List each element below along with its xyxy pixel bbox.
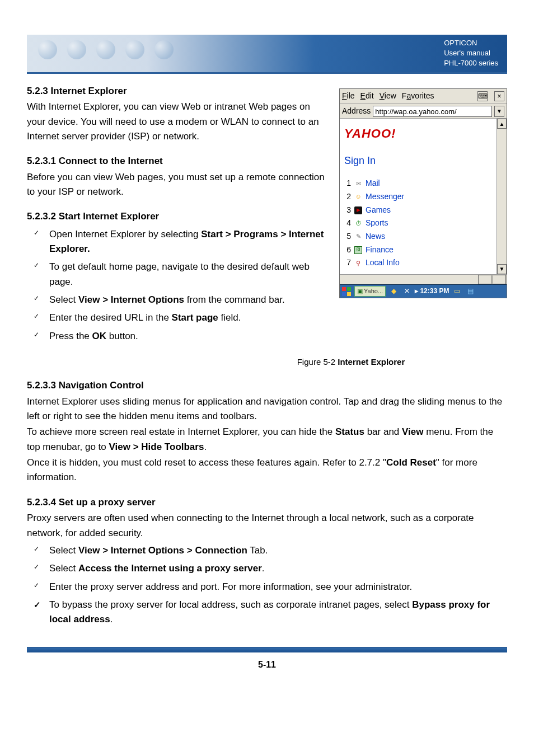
link-label: Mail [366,177,380,190]
close-icon[interactable]: × [494,91,504,101]
heading-5-2-3-4: 5.2.3.4 Set up a proxy server [27,495,507,510]
mail-icon: ✉ [354,180,362,187]
para-5-2-3-4: Proxy servers are often used when connec… [27,511,507,541]
list-item: Select View > Internet Options from the … [34,291,507,309]
menu-file[interactable]: File [342,90,355,102]
list-5-2-3-2: Open Internet Explorer by selecting Star… [34,226,507,345]
yahoo-link-item[interactable]: 1✉Mail [344,177,492,190]
list-item: Press the OK button. [34,327,507,345]
list-item: Select Access the Internet using a proxy… [34,560,507,577]
header-brand-block: OPTICON User's manual PHL-7000 series [444,38,498,69]
footer-band [27,647,507,652]
scroll-up-icon[interactable]: ▲ [497,119,507,129]
menu-view-label: iew [385,91,396,100]
signin-link[interactable]: Sign In [344,153,492,169]
brand-line3: PHL-7000 series [444,58,498,68]
figure-caption: Figure 5-2 Internet Explorer [27,355,507,368]
games-icon: ▶ [354,206,362,214]
yahoo-link-item[interactable]: 2☺Messenger [344,190,492,204]
para-5-2-3-3c: Once it is hidden, you must cold reset t… [27,456,507,485]
header-banner: OPTICON User's manual PHL-7000 series [27,35,507,74]
list-item: Enter the proxy server address and port.… [34,578,507,596]
list-item: To get default home page, navigate to th… [34,258,507,291]
link-number: 1 [344,177,351,190]
link-label: Games [366,204,391,217]
list-5-2-3-4: Select View > Internet Options > Connect… [34,542,507,629]
list-item: Enter the desired URL in the Start page … [34,309,507,327]
address-input[interactable]: http://wap.oa.yahoo.com/ [373,106,492,117]
brand-line2: User's manual [444,48,498,58]
yahoo-link-item[interactable]: 3▶Games [344,204,492,217]
page-number: 5-11 [27,658,507,672]
link-label: Messenger [366,191,404,203]
menu-fav-label: vorites [411,91,434,100]
list-item: Select View > Internet Options > Connect… [34,542,507,560]
menu-edit-label: dit [366,91,374,100]
keyboard-icon[interactable]: ⌨ [477,91,488,101]
address-dropdown-icon[interactable]: ▼ [494,106,504,117]
menu-edit[interactable]: Edit [360,90,374,102]
yahoo-logo: YAHOO! [344,124,492,143]
link-number: 2 [344,191,351,203]
device-addressbar: Address http://wap.oa.yahoo.com/ ▼ [340,104,507,119]
para-5-2-3-3b: To achieve more screen real estate in In… [27,425,507,454]
device-menubar: File Edit View Favorites ⌨ × [340,89,507,104]
address-label: Address [342,105,371,118]
para-5-2-3-3a: Internet Explorer uses sliding menus for… [27,395,507,424]
header-graphic [27,35,185,65]
list-item: Open Internet Explorer by selecting Star… [34,226,507,259]
menu-file-label: ile [347,91,355,100]
heading-5-2-3-3: 5.2.3.3 Navigation Control [27,378,507,393]
menu-view[interactable]: View [380,90,396,102]
messenger-icon: ☺ [354,193,362,201]
brand-line1: OPTICON [444,38,498,48]
list-item: To bypass the proxy server for local add… [34,596,507,629]
menu-favorites[interactable]: Favorites [402,90,434,102]
link-number: 3 [344,204,351,217]
